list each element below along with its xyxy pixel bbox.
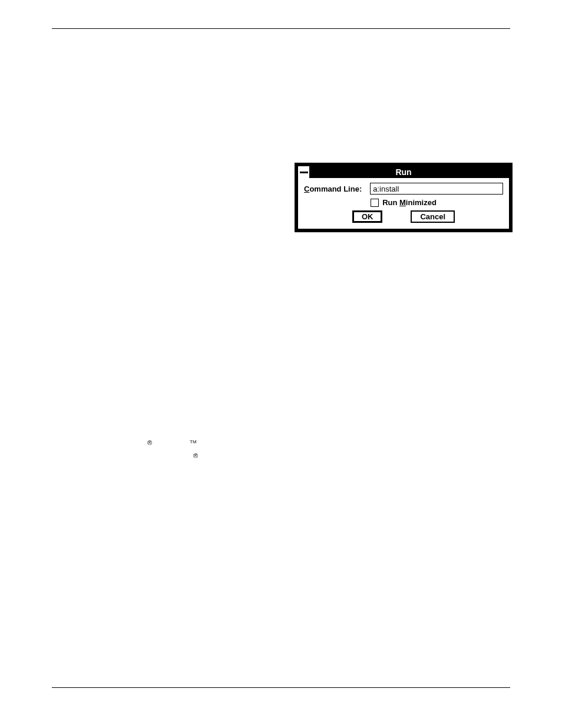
titlebar[interactable]: Run xyxy=(298,166,509,178)
run-minimized-row: Run Minimized xyxy=(304,198,503,207)
page-divider-bottom xyxy=(52,687,510,688)
run-dialog: Run Command Line: Run Minimized OK Cance… xyxy=(295,163,513,232)
command-line-input[interactable] xyxy=(370,183,503,195)
registered-mark-icon: ® xyxy=(147,439,152,446)
page-divider-top xyxy=(52,28,510,29)
cancel-button[interactable]: Cancel xyxy=(411,210,455,223)
registered-mark-icon: ® xyxy=(193,452,198,459)
trademark-area: ® TM ® xyxy=(146,439,211,463)
trademark-icon: TM xyxy=(190,439,197,444)
dialog-title: Run xyxy=(310,167,509,177)
system-menu-button[interactable] xyxy=(298,166,310,178)
run-minimized-checkbox[interactable] xyxy=(371,199,379,207)
dialog-body: Command Line: Run Minimized OK Cancel xyxy=(298,178,509,229)
command-line-row: Command Line: xyxy=(304,183,503,195)
run-minimized-label: Run Minimized xyxy=(382,198,437,207)
command-line-label: Command Line: xyxy=(304,185,362,193)
ok-button[interactable]: OK xyxy=(352,210,383,223)
button-row: OK Cancel xyxy=(304,210,503,223)
system-menu-icon xyxy=(300,172,308,173)
